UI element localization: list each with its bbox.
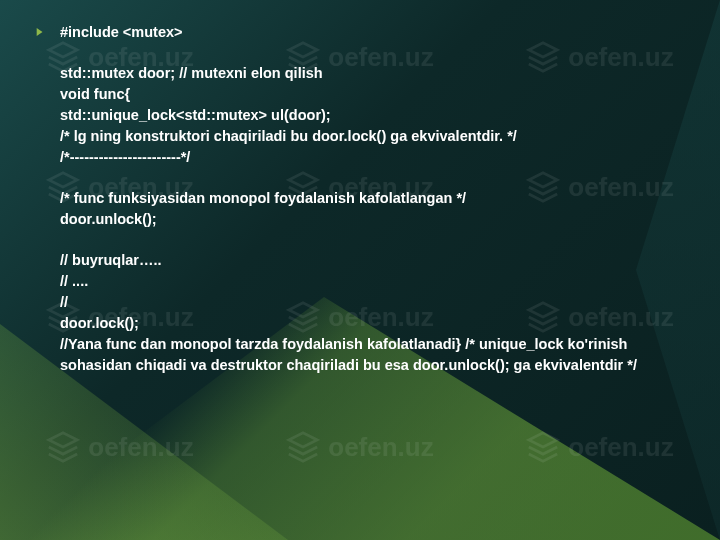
code-line: door.lock(); [60,313,660,334]
code-line: void func{ [60,84,660,105]
code-line: //Yana func dan monopol tarzda foydalani… [60,334,660,376]
code-line: /* lg ning konstruktori chaqiriladi bu d… [60,126,660,147]
code-line: /* func funksiyasidan monopol foydalanis… [60,188,660,209]
bullet-arrow-icon [32,25,46,39]
code-line: std::mutex door; // mutexni elon qilish [60,63,660,84]
code-line: // .... [60,271,660,292]
code-line: door.unlock(); [60,209,660,230]
code-text: #include <mutex> std::mutex door; // mut… [60,22,660,376]
slide-content: #include <mutex> std::mutex door; // mut… [0,0,720,396]
code-line: std::unique_lock<std::mutex> ul(door); [60,105,660,126]
code-line: /*-----------------------*/ [60,147,660,168]
code-line: // [60,292,660,313]
code-line: #include <mutex> [60,22,660,43]
bullet-item: #include <mutex> std::mutex door; // mut… [32,22,660,376]
code-line: // buyruqlar….. [60,250,660,271]
